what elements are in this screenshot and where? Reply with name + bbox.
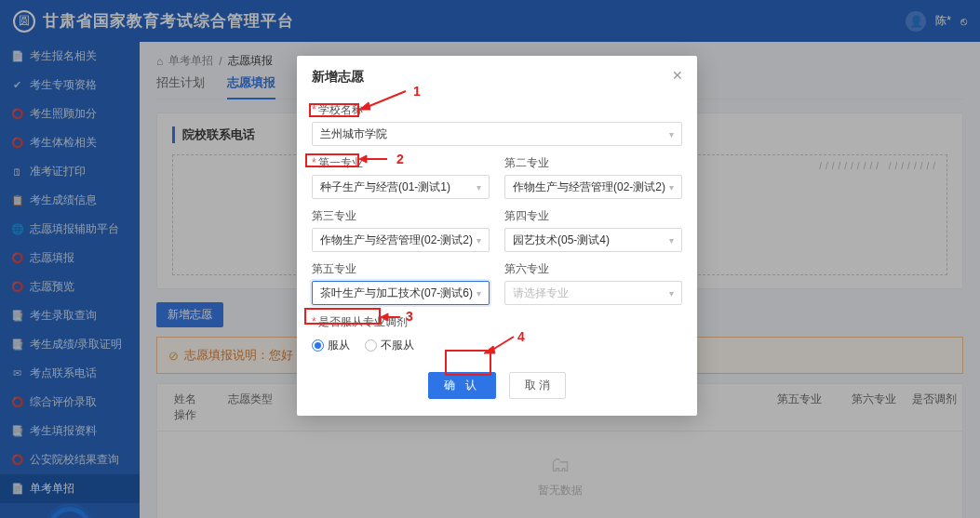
school-select[interactable]: 兰州城市学院 ▾: [312, 122, 682, 146]
svg-marker-7: [484, 346, 495, 353]
chevron-down-icon: ▾: [669, 235, 674, 246]
major1-value: 种子生产与经营(01-测试1): [320, 179, 450, 195]
radio-obey-no[interactable]: 不服从: [365, 338, 414, 353]
radio-obey-yes-label: 服从: [328, 338, 350, 353]
major1-select[interactable]: 种子生产与经营(01-测试1) ▾: [312, 175, 490, 199]
chevron-down-icon: ▾: [669, 288, 674, 299]
modal: ✕ 新增志愿 *学校名称 兰州城市学院 ▾ *第一专业 种子生产与经营(01-测…: [297, 56, 697, 416]
radio-dot-icon: [312, 339, 324, 352]
radio-obey-no-label: 不服从: [381, 338, 414, 353]
anno-label-1: 1: [413, 84, 421, 99]
major3-select[interactable]: 作物生产与经营管理(02-测试2) ▾: [312, 228, 490, 252]
modal-title: 新增志愿: [312, 69, 682, 86]
field-m5-label: 第五专业: [312, 261, 490, 277]
chevron-down-icon: ▾: [477, 235, 481, 246]
radio-obey-yes[interactable]: 服从: [312, 338, 350, 353]
chevron-down-icon: ▾: [477, 288, 481, 299]
close-icon[interactable]: ✕: [669, 67, 686, 84]
cancel-button[interactable]: 取 消: [509, 372, 566, 399]
major6-select[interactable]: 请选择专业 ▾: [504, 281, 682, 305]
chevron-down-icon: ▾: [669, 129, 674, 139]
field-m2-label: 第二专业: [504, 155, 682, 171]
school-select-value: 兰州城市学院: [320, 126, 387, 142]
confirm-button[interactable]: 确 认: [428, 372, 496, 399]
field-m4-label: 第四专业: [504, 208, 682, 224]
anno-label-2: 2: [396, 152, 404, 166]
major6-placeholder: 请选择专业: [513, 286, 569, 301]
chevron-down-icon: ▾: [477, 182, 481, 193]
anno-arrow-4: [484, 335, 521, 355]
svg-line-0: [365, 91, 406, 108]
svg-marker-1: [359, 102, 370, 110]
major5-value: 茶叶生产与加工技术(07-测试6): [320, 286, 473, 301]
major4-value: 园艺技术(05-测试4): [513, 232, 610, 248]
major5-select[interactable]: 茶叶生产与加工技术(07-测试6) ▾: [312, 281, 490, 305]
field-m6-label: 第六专业: [504, 261, 682, 277]
chevron-down-icon: ▾: [669, 182, 674, 193]
anno-arrow-2: [359, 154, 395, 164]
major4-select[interactable]: 园艺技术(05-测试4) ▾: [504, 228, 682, 252]
anno-label-3: 3: [406, 309, 413, 324]
major3-value: 作物生产与经营管理(02-测试2): [320, 232, 473, 248]
major2-select[interactable]: 作物生产与经营管理(02-测试2) ▾: [504, 175, 682, 199]
field-obey-label: *是否服从专业调剂: [312, 314, 682, 330]
major2-value: 作物生产与经营管理(02-测试2): [513, 179, 665, 195]
svg-marker-3: [359, 155, 367, 163]
field-m3-label: 第三专业: [312, 208, 490, 224]
anno-label-4: 4: [517, 329, 525, 344]
radio-dot-icon: [365, 339, 377, 352]
anno-arrow-1: [359, 89, 415, 112]
anno-arrow-3: [381, 312, 405, 322]
svg-marker-5: [381, 313, 388, 321]
